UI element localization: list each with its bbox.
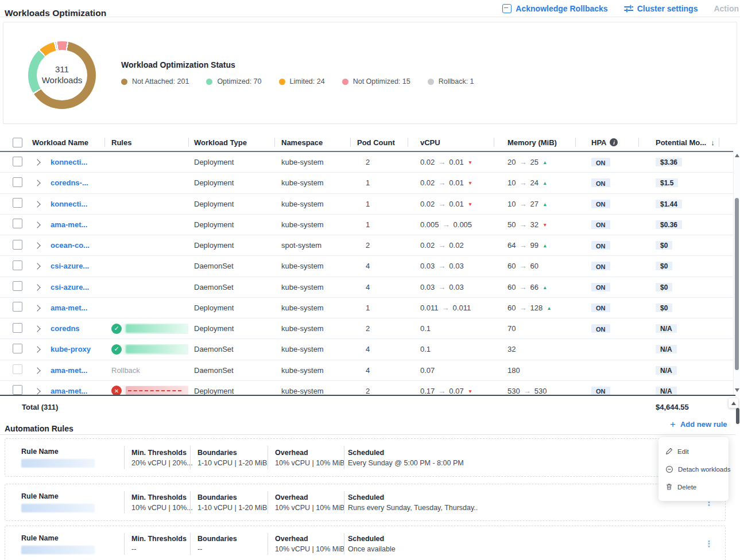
expand-chevron-icon[interactable] xyxy=(34,305,40,311)
summary-card: 311 Workloads Workload Optimization Stat… xyxy=(3,22,737,124)
expand-chevron-icon[interactable] xyxy=(34,367,40,374)
expand-chevron-icon[interactable] xyxy=(34,263,40,270)
acknowledge-icon xyxy=(502,4,512,13)
column-rules[interactable]: Rules xyxy=(104,134,188,151)
table-scrollbar-thumb[interactable] xyxy=(735,198,739,370)
arrow-right-icon: → xyxy=(519,220,526,229)
expand-chevron-icon[interactable] xyxy=(34,159,40,165)
trend-down-icon: ▼ xyxy=(468,160,472,165)
workload-name-link[interactable]: csi-azure... xyxy=(51,262,89,270)
automation-rule-card: Rule Name Min. Thresholds-- Boundaries--… xyxy=(5,526,726,560)
select-all-checkbox[interactable] xyxy=(13,138,22,147)
row-checkbox[interactable] xyxy=(13,260,22,270)
namespace-cell: spot-system xyxy=(274,241,350,250)
namespace-cell: kube-system xyxy=(274,366,350,375)
workload-name-link[interactable]: konnecti... xyxy=(51,200,87,208)
workload-name-link[interactable]: ocean-co... xyxy=(51,241,90,250)
expand-chevron-icon[interactable] xyxy=(34,201,40,207)
legend-item: Not Attached: 201 xyxy=(121,77,189,85)
namespace-cell: kube-system xyxy=(274,220,350,229)
expand-chevron-icon[interactable] xyxy=(34,388,40,394)
menu-item-edit[interactable]: Edit xyxy=(658,442,729,460)
row-checkbox[interactable] xyxy=(13,302,22,312)
plus-icon: + xyxy=(670,421,676,429)
actions-button[interactable]: Action xyxy=(714,4,739,13)
table-row: ama-met... ✕ Deployment kube-system 2 0.… xyxy=(0,381,735,395)
rule-kebab-menu-icon[interactable]: ⋮ xyxy=(705,539,714,549)
expand-chevron-icon[interactable] xyxy=(34,347,40,353)
workload-name-link[interactable]: ama-met... xyxy=(51,366,87,375)
hpa-on-badge: ON xyxy=(591,241,610,250)
scroll-down-icon[interactable] xyxy=(735,388,739,392)
menu-item-detach-workloads[interactable]: Detach workloads xyxy=(658,460,729,478)
trend-up-icon: ▲ xyxy=(543,160,547,165)
expand-chevron-icon[interactable] xyxy=(34,180,40,186)
workload-name-link[interactable]: kube-proxy xyxy=(51,345,91,353)
pod-count-cell: 1 xyxy=(350,220,408,229)
scroll-up-icon[interactable] xyxy=(735,154,739,157)
expand-chevron-icon[interactable] xyxy=(34,325,40,332)
row-checkbox[interactable] xyxy=(13,385,22,395)
rule-attached-check-icon: ✓ xyxy=(111,344,122,355)
hpa-cell: ON xyxy=(575,158,638,166)
hpa-info-icon[interactable]: i xyxy=(610,138,618,146)
page-scrollbar-thumb[interactable] xyxy=(736,408,739,424)
expand-chevron-icon[interactable] xyxy=(34,284,40,290)
row-checkbox[interactable] xyxy=(13,344,22,353)
vcpu-cell: 0.17→0.07▼ xyxy=(408,387,494,395)
workloads-donut-chart: 311 Workloads xyxy=(28,41,96,109)
table-scrollbar[interactable] xyxy=(733,151,740,395)
expand-chevron-icon[interactable] xyxy=(34,242,40,248)
workload-type-cell: Deployment xyxy=(188,200,274,208)
row-checkbox[interactable] xyxy=(13,240,22,250)
overhead-column: Overhead10% vCPU | 10% MiB xyxy=(268,526,344,560)
acknowledge-rollbacks-button[interactable]: Acknowledge Rollbacks xyxy=(502,4,607,13)
column-memory[interactable]: Memory (MiB) xyxy=(494,134,575,151)
row-checkbox[interactable] xyxy=(13,219,22,228)
workload-name-link[interactable]: konnecti... xyxy=(51,158,87,166)
column-hpa[interactable]: HPAi xyxy=(575,134,638,151)
legend-item: Optimized: 70 xyxy=(206,77,261,85)
add-new-rule-button[interactable]: + Add new rule xyxy=(670,420,727,429)
expand-chevron-icon[interactable] xyxy=(34,221,40,228)
column-vcpu[interactable]: vCPU xyxy=(408,134,494,151)
workload-name-link[interactable]: ama-met... xyxy=(51,387,87,395)
column-pod-count[interactable]: Pod Count xyxy=(350,134,408,151)
page-scroll-up-button[interactable] xyxy=(729,398,738,408)
potential-savings-cell: $0 xyxy=(638,241,735,250)
row-checkbox[interactable] xyxy=(13,177,22,187)
potential-savings-cell: N/A xyxy=(638,345,735,353)
hpa-on-badge: ON xyxy=(591,178,610,187)
potential-savings-badge: $0 xyxy=(656,304,672,312)
column-namespace[interactable]: Namespace xyxy=(274,134,350,151)
workload-name-link[interactable]: coredns-... xyxy=(51,178,88,187)
workload-name-link[interactable]: ama-met... xyxy=(51,220,87,229)
row-checkbox[interactable] xyxy=(13,323,22,333)
arrow-right-icon: → xyxy=(524,387,531,395)
memory-cell: 32 xyxy=(494,345,575,353)
pod-count-cell: 1 xyxy=(350,304,408,312)
legend-label: Rollback: 1 xyxy=(439,77,474,85)
pod-count-cell: 4 xyxy=(350,366,408,375)
table-row: ama-met... Rollback DaemonSet kube-syste… xyxy=(0,360,735,381)
automation-divider xyxy=(0,434,735,435)
row-checkbox[interactable] xyxy=(13,364,22,374)
potential-savings-cell: $0 xyxy=(638,262,735,270)
cluster-settings-button[interactable]: Cluster settings xyxy=(624,4,698,13)
row-checkbox[interactable] xyxy=(13,157,22,166)
column-potential-savings[interactable]: Potential Mo...↓ xyxy=(638,134,735,151)
boundaries-column: Boundaries1-10 vCPU | 1-20 MiB xyxy=(190,439,268,476)
row-checkbox[interactable] xyxy=(13,281,22,291)
workload-name-link[interactable]: csi-azure... xyxy=(51,283,89,291)
memory-cell: 530→530 xyxy=(494,387,575,395)
workload-name-link[interactable]: coredns xyxy=(51,324,80,333)
menu-item-delete[interactable]: Delete xyxy=(658,478,729,496)
arrow-right-icon: → xyxy=(438,283,445,291)
workload-name-link[interactable]: ama-met... xyxy=(51,304,87,312)
potential-savings-badge: $0.36 xyxy=(656,220,682,229)
arrow-right-icon: → xyxy=(438,158,445,166)
column-workload-name[interactable]: Workload Name xyxy=(28,134,104,151)
row-checkbox[interactable] xyxy=(13,198,22,208)
column-workload-type[interactable]: Workload Type xyxy=(188,134,274,151)
legend-dot-icon xyxy=(342,79,348,85)
